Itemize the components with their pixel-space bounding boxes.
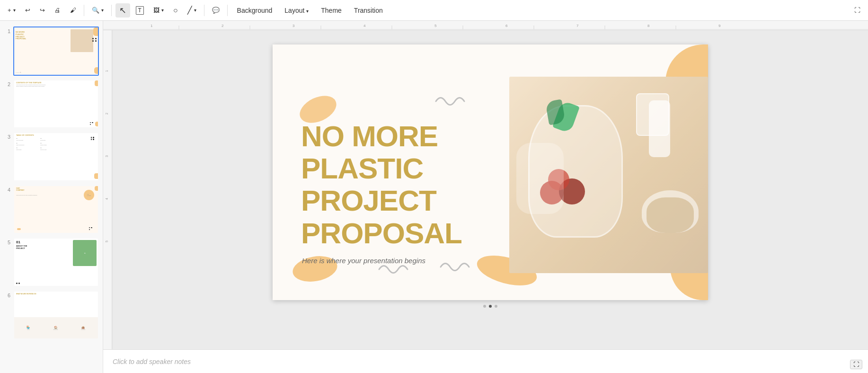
cursor-button[interactable]: ↖ <box>115 3 130 18</box>
slide-thumbnail-1[interactable]: 1 NO MOREPLASTICPROJECTPROPOSAL <box>0 25 103 78</box>
slide-number-6: 6 <box>4 293 10 298</box>
slide-canvas-area[interactable]: NO MORE PLASTIC PROJECT PROPOSAL Here is… <box>113 30 868 349</box>
main-area: 1 NO MOREPLASTICPROJECTPROPOSAL <box>0 21 868 373</box>
theme-nav[interactable]: Theme <box>315 5 347 16</box>
print-button[interactable]: 🖨 <box>51 3 64 18</box>
svg-text:9: 9 <box>718 24 721 28</box>
svg-text:4: 4 <box>105 198 108 200</box>
text-box-icon: T <box>136 6 144 15</box>
speaker-notes[interactable]: Click to add speaker notes <box>103 349 868 373</box>
slide-thumb-4[interactable]: OURCOMPANY Lorem ipsum dolor sit amet co… <box>13 185 99 234</box>
transition-nav[interactable]: Transition <box>348 5 389 16</box>
slide-number-4: 4 <box>4 187 10 193</box>
fullscreen-icon: ⛶ <box>854 7 860 14</box>
slide-number-5: 5 <box>4 240 10 245</box>
shape-button[interactable]: ○ <box>169 3 182 18</box>
dot-2 <box>489 305 492 308</box>
redo-button[interactable]: ↪ <box>36 3 49 18</box>
image-button[interactable]: 🖼 ▾ <box>150 3 168 18</box>
line-chevron: ▾ <box>194 8 196 13</box>
undo-icon: ↩ <box>25 7 30 14</box>
line-icon: ╱ <box>187 6 192 15</box>
slide-canvas[interactable]: NO MORE PLASTIC PROJECT PROPOSAL Here is… <box>273 44 708 300</box>
add-icon: + <box>8 7 11 14</box>
separator-2 <box>111 5 112 16</box>
dot-3 <box>495 305 497 308</box>
svg-text:1: 1 <box>105 70 108 72</box>
zoom-icon: 🔍 <box>92 7 99 14</box>
separator-4 <box>227 5 228 16</box>
print-icon: 🖨 <box>54 7 61 14</box>
undo-button[interactable]: ↩ <box>21 3 34 18</box>
shape-icon: ○ <box>173 6 178 15</box>
svg-text:6: 6 <box>505 24 508 28</box>
redo-icon: ↪ <box>40 7 45 14</box>
layout-chevron-icon: ▾ <box>306 9 309 14</box>
toolbar: + ▾ ↩ ↪ 🖨 🖌 🔍 ▾ ↖ T 🖼 ▾ ○ ╱ ▾ 💬 Backgro <box>0 0 868 21</box>
paint-format-icon: 🖌 <box>70 7 76 14</box>
slide-dots-indicator <box>483 305 497 308</box>
slide-thumbnail-4[interactable]: 4 OURCOMPANY Lorem ipsum dolor sit amet … <box>0 183 103 236</box>
svg-text:7: 7 <box>576 24 579 28</box>
text-box-button[interactable]: T <box>132 3 148 18</box>
slide-subtitle[interactable]: Here is where your presentation begins <box>302 257 425 265</box>
svg-text:2: 2 <box>221 24 224 28</box>
slide-thumb-1[interactable]: NO MOREPLASTICPROJECTPROPOSAL EARTH ♻ <box>13 27 99 76</box>
separator-1 <box>84 5 84 16</box>
svg-text:3: 3 <box>105 155 108 157</box>
svg-text:1: 1 <box>151 24 153 28</box>
layout-nav[interactable]: Layout ▾ <box>279 5 314 16</box>
cursor-icon: ↖ <box>119 5 126 16</box>
slide-thumb-5[interactable]: 01 ABOUT THEPROJECT ♻ <box>13 238 99 287</box>
expand-button-area: ⛶ <box>850 360 862 369</box>
speaker-notes-placeholder[interactable]: Click to add speaker notes <box>113 358 191 365</box>
toolbar-nav: Background Layout ▾ Theme Transition <box>231 5 389 16</box>
add-button[interactable]: + ▾ <box>4 3 19 18</box>
image-chevron: ▾ <box>161 8 164 13</box>
svg-text:8: 8 <box>647 24 650 28</box>
zoom-chevron: ▾ <box>101 8 104 13</box>
slide-number-1: 1 <box>4 28 10 34</box>
editor-middle: 1 2 3 4 5 <box>103 30 868 349</box>
toolbar-right: ⛶ <box>850 3 864 18</box>
expand-button[interactable]: ⛶ <box>850 360 862 369</box>
slide-thumb-3[interactable]: TABLE OF CONTENTS 01 About the project 0… <box>13 132 99 181</box>
ruler-vertical: 1 2 3 4 5 <box>103 30 113 349</box>
svg-text:5: 5 <box>105 240 108 242</box>
svg-text:2: 2 <box>105 113 108 115</box>
paint-format-button[interactable]: 🖌 <box>66 3 80 18</box>
slide-thumbnail-6[interactable]: 6 WHAT WE ARE WORKING ON 🏪 Retail 🏠 Resi… <box>0 289 103 342</box>
zoom-button[interactable]: 🔍 ▾ <box>88 3 107 18</box>
slide-thumbnail-3[interactable]: 3 TABLE OF CONTENTS 01 About the project… <box>0 130 103 183</box>
slide-thumb-6[interactable]: WHAT WE ARE WORKING ON 🏪 Retail 🏠 Reside… <box>13 291 99 340</box>
separator-3 <box>204 5 204 16</box>
comment-button[interactable]: 💬 <box>208 3 223 18</box>
slide-thumb-2[interactable]: CONTENTS OF THIS TEMPLATE Lorem ipsum do… <box>13 80 99 129</box>
image-icon: 🖼 <box>153 7 159 14</box>
svg-text:5: 5 <box>434 24 437 28</box>
svg-text:3: 3 <box>292 24 295 28</box>
slide-thumbnail-5[interactable]: 5 01 ABOUT THEPROJECT ♻ <box>0 236 103 289</box>
comment-icon: 💬 <box>212 7 220 14</box>
line-button[interactable]: ╱ ▾ <box>184 3 200 18</box>
slide-number-3: 3 <box>4 134 10 140</box>
slide-number-2: 2 <box>4 81 10 87</box>
slide-title[interactable]: NO MORE PLASTIC PROJECT PROPOSAL <box>301 120 462 249</box>
slide-thumbnail-2[interactable]: 2 CONTENTS OF THIS TEMPLATE Lorem ipsum … <box>0 78 103 131</box>
fullscreen-button[interactable]: ⛶ <box>850 3 864 18</box>
background-nav[interactable]: Background <box>231 5 278 16</box>
slide-panel[interactable]: 1 NO MOREPLASTICPROJECTPROPOSAL <box>0 21 103 373</box>
add-chevron-icon: ▾ <box>13 8 16 13</box>
ruler-horizontal: 1 2 3 4 5 6 7 8 9 <box>103 21 868 30</box>
dot-1 <box>483 305 486 308</box>
svg-text:4: 4 <box>363 24 366 28</box>
editor-area: 1 2 3 4 5 6 7 8 9 <box>103 21 868 373</box>
